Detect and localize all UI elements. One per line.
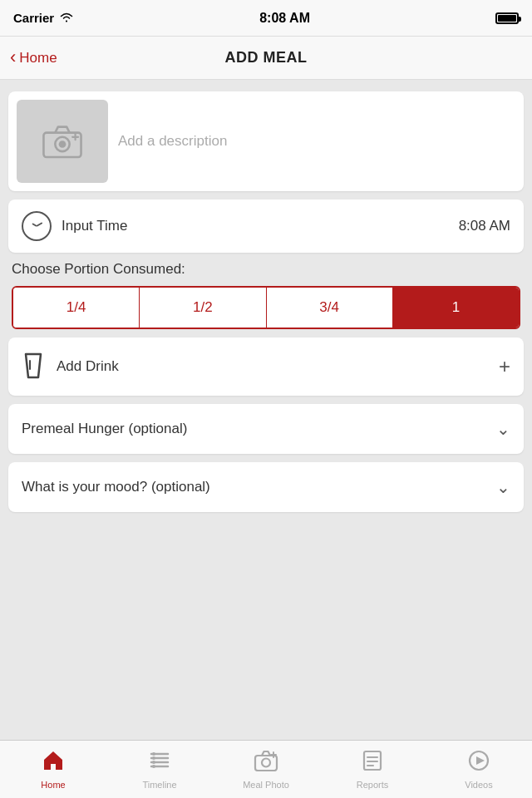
portion-three-quarter[interactable]: 3/4 xyxy=(267,288,393,328)
tab-meal-photo-label: Meal Photo xyxy=(243,780,289,790)
tab-timeline-label: Timeline xyxy=(142,780,176,790)
portion-half[interactable]: 1/2 xyxy=(140,288,266,328)
tab-reports-label: Reports xyxy=(357,780,389,790)
premeal-hunger-card[interactable]: Premeal Hunger (optional) ⌄ xyxy=(8,404,524,454)
svg-point-15 xyxy=(262,758,270,766)
mood-label: What is your mood? (optional) xyxy=(22,479,210,495)
portion-whole[interactable]: 1 xyxy=(393,288,519,328)
videos-icon xyxy=(468,750,490,776)
tab-videos[interactable]: Videos xyxy=(426,741,532,798)
input-time-value: 8:08 AM xyxy=(459,218,510,234)
add-drink-card[interactable]: Add Drink + xyxy=(8,337,524,396)
portion-quarter[interactable]: 1/4 xyxy=(13,288,140,328)
clock-icon xyxy=(22,211,52,241)
timeline-icon xyxy=(149,750,170,776)
add-drink-plus-icon: + xyxy=(499,355,510,378)
svg-point-12 xyxy=(152,761,155,764)
wifi-icon xyxy=(59,11,74,25)
photo-description-card: Add a description xyxy=(8,91,524,191)
svg-point-11 xyxy=(152,756,155,760)
nav-bar: ‹ Home ADD MEAL xyxy=(0,37,532,80)
description-placeholder[interactable]: Add a description xyxy=(118,133,515,150)
reports-icon xyxy=(362,750,383,776)
status-bar-right xyxy=(495,12,519,24)
premeal-hunger-chevron-icon: ⌄ xyxy=(496,419,510,439)
home-icon xyxy=(42,750,64,776)
portion-label: Choose Portion Consumed: xyxy=(12,261,520,278)
svg-marker-23 xyxy=(476,756,485,765)
photo-placeholder[interactable] xyxy=(17,100,108,183)
mood-card[interactable]: What is your mood? (optional) ⌄ xyxy=(8,462,524,512)
camera-icon xyxy=(41,123,84,160)
drink-icon xyxy=(22,351,45,382)
mood-chevron-icon: ⌄ xyxy=(496,477,510,497)
tab-home[interactable]: Home xyxy=(0,741,106,798)
premeal-hunger-label: Premeal Hunger (optional) xyxy=(22,421,187,437)
status-bar: Carrier 8:08 AM xyxy=(0,0,532,37)
svg-point-13 xyxy=(152,765,155,768)
tab-timeline[interactable]: Timeline xyxy=(106,741,213,798)
meal-photo-icon xyxy=(254,750,278,776)
page-title: ADD MEAL xyxy=(225,49,308,66)
status-bar-left: Carrier xyxy=(13,11,74,25)
svg-point-2 xyxy=(59,140,66,148)
portion-section: Choose Portion Consumed: 1/4 1/2 3/4 1 xyxy=(8,261,524,329)
back-label: Home xyxy=(19,50,57,66)
main-content: Add a description Input Time 8:08 AM Cho… xyxy=(0,80,532,740)
input-time-card[interactable]: Input Time 8:08 AM xyxy=(8,200,524,253)
tab-reports[interactable]: Reports xyxy=(319,741,426,798)
tab-home-label: Home xyxy=(41,780,65,790)
portion-selector: 1/4 1/2 3/4 1 xyxy=(12,286,520,329)
back-chevron-icon: ‹ xyxy=(10,48,16,66)
tab-meal-photo[interactable]: Meal Photo xyxy=(213,741,319,798)
tab-bar: Home Timeline xyxy=(0,740,532,798)
add-drink-label: Add Drink xyxy=(57,358,487,375)
back-button[interactable]: ‹ Home xyxy=(10,49,57,66)
input-time-label: Input Time xyxy=(62,218,449,234)
tab-videos-label: Videos xyxy=(465,780,492,790)
battery-icon xyxy=(495,12,519,24)
status-time: 8:08 AM xyxy=(259,11,310,26)
svg-point-10 xyxy=(152,752,155,756)
carrier-label: Carrier xyxy=(13,11,54,25)
